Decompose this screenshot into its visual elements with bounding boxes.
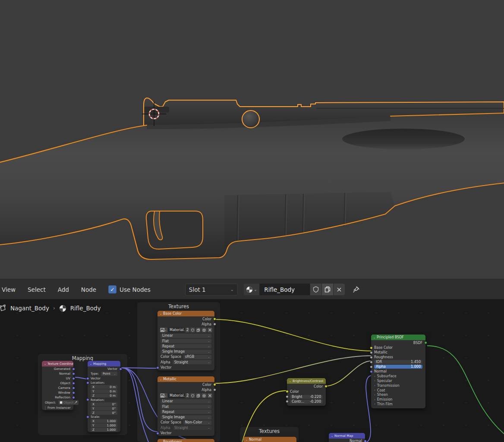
close-icon[interactable] xyxy=(208,393,212,398)
image-icon[interactable]: ⌄ xyxy=(160,393,167,398)
scale-x-field[interactable]: X1.000 xyxy=(91,419,117,423)
material-name-field[interactable]: Rifle_Body xyxy=(260,284,310,295)
node-base-color[interactable]: ⌄ Base Color Color Alpha ⌄ Material.001.… xyxy=(158,311,214,370)
node-normal-texture[interactable]: ⌄ Normal xyxy=(243,437,296,442)
collapse-icon[interactable]: ⌄ xyxy=(160,312,162,315)
socket-reflection-out[interactable] xyxy=(72,396,75,399)
source-select[interactable]: Single Image⌄ xyxy=(161,415,211,420)
socket-roughness-in[interactable] xyxy=(370,356,373,359)
collapse-icon[interactable]: ⌄ xyxy=(160,440,162,442)
shield-icon[interactable] xyxy=(190,393,195,398)
socket-alpha-in[interactable] xyxy=(370,365,373,368)
rotation-y-field[interactable]: Y0° xyxy=(91,407,117,410)
socket-color-out[interactable] xyxy=(324,385,328,388)
socket-color-out[interactable] xyxy=(213,318,216,321)
socket-camera-out[interactable] xyxy=(72,386,75,389)
extension-select[interactable]: Repeat⌄ xyxy=(161,344,211,348)
image-name-field[interactable]: Material.001... xyxy=(168,328,185,332)
collapse-icon[interactable]: ⌄ xyxy=(90,362,92,365)
new-material-button[interactable] xyxy=(321,284,333,295)
contrast-field[interactable]: Contr...-0.200 xyxy=(290,400,323,404)
from-instancer-checkbox[interactable] xyxy=(45,406,46,410)
projection-select[interactable]: Flat⌄ xyxy=(161,404,211,409)
menu-add[interactable]: Add xyxy=(52,286,75,293)
bright-field[interactable]: Bright-0.220 xyxy=(290,395,323,399)
panel-thin-film[interactable]: ›Thin Film xyxy=(371,402,425,407)
socket-normal-in[interactable] xyxy=(370,370,373,373)
interpolation-select[interactable]: Linear⌄ xyxy=(161,334,211,338)
viewport-3d[interactable] xyxy=(0,0,504,279)
socket-color-out[interactable] xyxy=(213,383,216,386)
color-space-select[interactable]: sRGB⌄ xyxy=(183,355,211,359)
use-nodes-checkbox[interactable]: ✓ xyxy=(108,285,117,294)
panel-subsurface[interactable]: ›Subsurface xyxy=(371,374,425,379)
socket-scale-in[interactable] xyxy=(86,415,89,418)
location-y-field[interactable]: Y0 m xyxy=(91,389,117,393)
panel-transmission[interactable]: ›Transmission xyxy=(371,383,425,388)
slot-dropdown[interactable]: Slot 1 ⌄ xyxy=(185,284,238,296)
socket-vector-in[interactable] xyxy=(156,432,159,435)
socket-vector-in[interactable] xyxy=(156,366,159,369)
socket-alpha-out[interactable] xyxy=(213,323,216,326)
collapse-icon[interactable]: ⌄ xyxy=(160,378,162,381)
pin-button[interactable] xyxy=(352,285,360,294)
pack-image-icon[interactable] xyxy=(202,393,207,398)
panel-specular[interactable]: ›Specular xyxy=(371,379,425,383)
color-space-select[interactable]: Non-Color⌄ xyxy=(183,420,211,425)
node-metallic[interactable]: ⌄ Metallic Color Alpha ⌄ Material.001...… xyxy=(158,376,214,436)
scale-y-field[interactable]: Y1.000 xyxy=(91,423,117,427)
node-normal-map[interactable]: ⌄ Normal Map Normal xyxy=(329,433,365,442)
panel-coat[interactable]: ›Coat xyxy=(371,388,425,393)
alpha-field[interactable]: Alpha1.000 xyxy=(374,365,422,369)
collapse-icon[interactable]: ⌄ xyxy=(289,379,291,382)
shader-node-editor[interactable]: Nagant_Body › Rifle_Body Textures Mappin… xyxy=(0,299,504,442)
extension-select[interactable]: Repeat⌄ xyxy=(161,410,211,414)
socket-bright-in[interactable] xyxy=(286,395,289,398)
socket-normal-out[interactable] xyxy=(364,439,367,442)
scale-z-field[interactable]: Z1.000 xyxy=(91,428,117,432)
location-z-field[interactable]: Z0 m xyxy=(91,394,117,398)
collapse-icon[interactable]: ⌄ xyxy=(246,438,248,441)
location-x-field[interactable]: X0 m xyxy=(91,385,117,389)
pack-image-icon[interactable] xyxy=(202,328,207,332)
menu-select[interactable]: Select xyxy=(22,286,52,293)
new-image-icon[interactable] xyxy=(196,393,201,398)
panel-sheen[interactable]: ›Sheen xyxy=(371,392,425,397)
rotation-z-field[interactable]: Z0° xyxy=(91,411,117,415)
socket-ior-in[interactable] xyxy=(370,360,373,363)
new-image-icon[interactable] xyxy=(196,328,201,332)
socket-object-out[interactable] xyxy=(72,382,75,385)
alpha-mode-select[interactable]: Straight⌄ xyxy=(173,360,211,364)
type-select[interactable]: Point⌄ xyxy=(101,372,117,376)
socket-normal-out[interactable] xyxy=(72,372,75,375)
socket-uv-out[interactable] xyxy=(72,377,75,380)
node-brightness-contrast[interactable]: ⌄ Brightness/Contrast Color Color Bright… xyxy=(287,378,326,406)
node-roughness[interactable]: ⌄ Roughness xyxy=(158,439,214,442)
menu-node[interactable]: Node xyxy=(75,286,102,293)
socket-window-out[interactable] xyxy=(72,391,75,394)
collapse-icon[interactable]: ⌄ xyxy=(331,434,333,437)
image-icon[interactable]: ⌄ xyxy=(160,328,167,332)
close-icon[interactable] xyxy=(208,328,212,332)
socket-color-in[interactable] xyxy=(286,390,289,393)
socket-vector-out[interactable] xyxy=(119,367,122,370)
socket-location-in[interactable] xyxy=(86,381,89,384)
users-count-button[interactable]: 2 xyxy=(186,393,189,398)
socket-vector-in[interactable] xyxy=(86,377,89,380)
unlink-material-button[interactable] xyxy=(333,284,345,295)
shield-icon[interactable] xyxy=(190,328,195,332)
node-texture-coordinate[interactable]: ⌄ Texture Coordinate Generated Normal UV… xyxy=(42,361,73,410)
fake-user-shield-button[interactable] xyxy=(310,284,321,295)
collapse-icon[interactable]: ⌄ xyxy=(373,336,375,339)
users-count-button[interactable]: 2 xyxy=(186,328,189,332)
source-select[interactable]: Single Image⌄ xyxy=(161,350,211,354)
eyedropper-icon[interactable] xyxy=(74,401,77,404)
socket-generated-out[interactable] xyxy=(72,367,75,370)
projection-select[interactable]: Flat⌄ xyxy=(161,339,211,343)
material-browse-button[interactable]: ⌄ xyxy=(244,284,260,295)
use-nodes-toggle[interactable]: ✓ Use Nodes xyxy=(108,285,151,294)
node-mapping[interactable]: ⌄ Mapping Vector Type: Point⌄ Vector Loc… xyxy=(88,361,120,432)
interpolation-select[interactable]: Linear⌄ xyxy=(161,399,211,404)
image-name-field[interactable]: Material.001... xyxy=(168,393,185,398)
alpha-mode-select[interactable]: Straight⌄ xyxy=(173,426,211,430)
